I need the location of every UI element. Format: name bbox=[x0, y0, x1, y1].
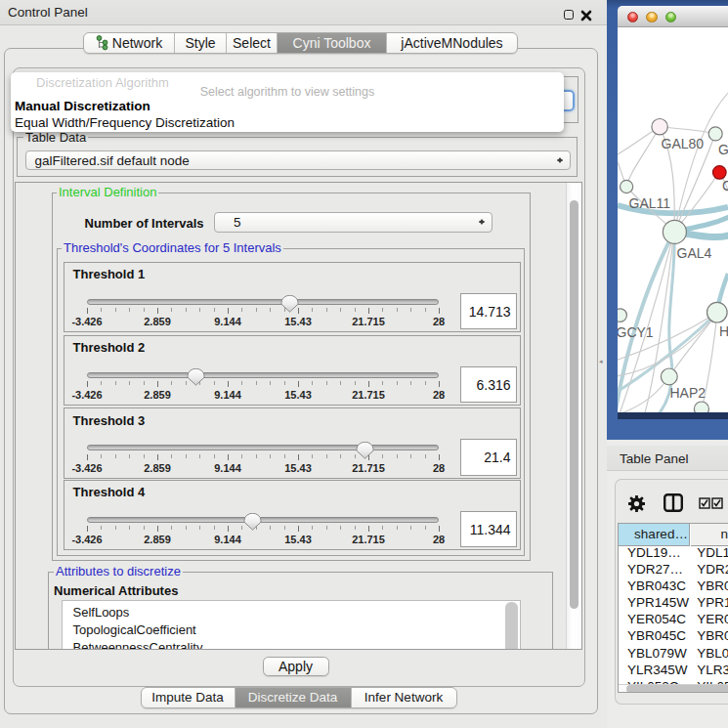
svg-text:GAL4: GAL4 bbox=[677, 244, 712, 260]
svg-text:GCY1: GCY1 bbox=[618, 324, 654, 340]
svg-text:C: C bbox=[722, 178, 728, 193]
svg-text:GAL11: GAL11 bbox=[629, 195, 671, 211]
svg-text:HAP2: HAP2 bbox=[670, 385, 707, 401]
svg-text:GAL80: GAL80 bbox=[662, 135, 705, 150]
svg-text:GA: GA bbox=[718, 142, 728, 157]
svg-text:H: H bbox=[719, 323, 728, 339]
